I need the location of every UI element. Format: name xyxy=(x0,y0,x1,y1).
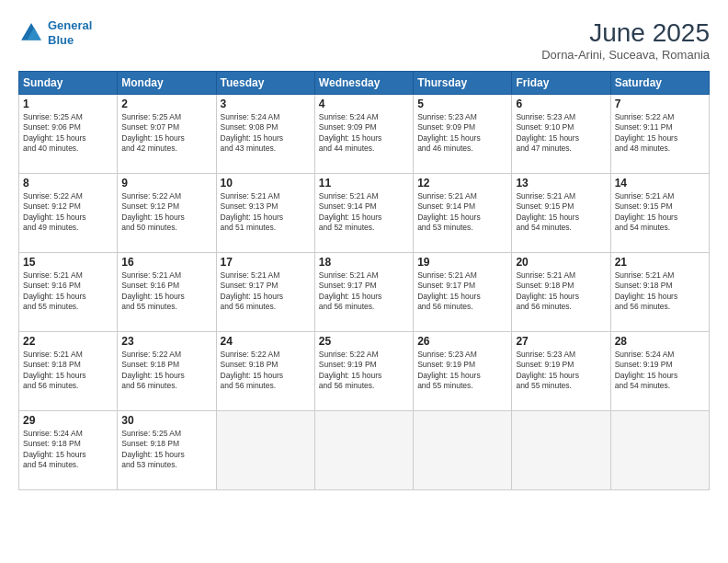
day-number: 23 xyxy=(121,335,211,348)
day-number: 10 xyxy=(221,177,311,190)
col-saturday: Saturday xyxy=(610,72,709,95)
day-info: Sunrise: 5:21 AMSunset: 9:17 PMDaylight:… xyxy=(221,270,311,313)
month-title: June 2025 xyxy=(541,18,710,48)
table-row: 22Sunrise: 5:21 AMSunset: 9:18 PMDayligh… xyxy=(19,332,118,411)
day-number: 29 xyxy=(23,414,113,427)
table-row: 1Sunrise: 5:25 AMSunset: 9:06 PMDaylight… xyxy=(19,95,118,174)
day-info: Sunrise: 5:25 AMSunset: 9:06 PMDaylight:… xyxy=(23,112,113,155)
day-number: 16 xyxy=(121,256,211,269)
logo: General Blue xyxy=(18,18,92,47)
day-info: Sunrise: 5:22 AMSunset: 9:18 PMDaylight:… xyxy=(221,350,311,392)
col-monday: Monday xyxy=(118,72,216,95)
table-row: 13Sunrise: 5:21 AMSunset: 9:15 PMDayligh… xyxy=(512,174,610,253)
calendar-week-row: 8Sunrise: 5:22 AMSunset: 9:12 PMDaylight… xyxy=(19,174,710,253)
table-row: 9Sunrise: 5:22 AMSunset: 9:12 PMDaylight… xyxy=(118,174,216,253)
day-number: 27 xyxy=(516,335,606,348)
table-row: 28Sunrise: 5:24 AMSunset: 9:19 PMDayligh… xyxy=(610,332,709,411)
day-info: Sunrise: 5:21 AMSunset: 9:17 PMDaylight:… xyxy=(417,270,507,313)
day-number: 5 xyxy=(417,98,507,110)
table-row xyxy=(414,411,512,490)
day-number: 30 xyxy=(121,414,211,427)
day-number: 7 xyxy=(615,98,705,110)
table-row: 6Sunrise: 5:23 AMSunset: 9:10 PMDaylight… xyxy=(512,95,610,174)
day-info: Sunrise: 5:21 AMSunset: 9:16 PMDaylight:… xyxy=(23,270,113,313)
calendar-week-row: 29Sunrise: 5:24 AMSunset: 9:18 PMDayligh… xyxy=(19,411,710,490)
day-info: Sunrise: 5:21 AMSunset: 9:18 PMDaylight:… xyxy=(516,270,606,313)
day-info: Sunrise: 5:21 AMSunset: 9:18 PMDaylight:… xyxy=(23,350,113,392)
day-number: 20 xyxy=(516,256,606,269)
table-row: 16Sunrise: 5:21 AMSunset: 9:16 PMDayligh… xyxy=(118,253,216,332)
table-row: 7Sunrise: 5:22 AMSunset: 9:11 PMDaylight… xyxy=(610,95,709,174)
day-info: Sunrise: 5:24 AMSunset: 9:08 PMDaylight:… xyxy=(221,112,311,155)
day-info: Sunrise: 5:21 AMSunset: 9:13 PMDaylight:… xyxy=(221,191,311,234)
col-wednesday: Wednesday xyxy=(314,72,413,95)
table-row: 24Sunrise: 5:22 AMSunset: 9:18 PMDayligh… xyxy=(216,332,314,411)
day-number: 14 xyxy=(615,177,705,190)
table-row: 17Sunrise: 5:21 AMSunset: 9:17 PMDayligh… xyxy=(216,253,314,332)
day-number: 28 xyxy=(615,335,705,348)
day-number: 26 xyxy=(417,335,507,348)
logo-line1: General xyxy=(48,18,92,32)
table-row xyxy=(610,411,709,490)
table-row: 29Sunrise: 5:24 AMSunset: 9:18 PMDayligh… xyxy=(19,411,118,490)
day-number: 6 xyxy=(516,98,606,110)
calendar-week-row: 15Sunrise: 5:21 AMSunset: 9:16 PMDayligh… xyxy=(19,253,710,332)
table-row: 3Sunrise: 5:24 AMSunset: 9:08 PMDaylight… xyxy=(216,95,314,174)
table-row: 19Sunrise: 5:21 AMSunset: 9:17 PMDayligh… xyxy=(414,253,512,332)
table-row: 21Sunrise: 5:21 AMSunset: 9:18 PMDayligh… xyxy=(610,253,709,332)
calendar-week-row: 22Sunrise: 5:21 AMSunset: 9:18 PMDayligh… xyxy=(19,332,710,411)
day-number: 24 xyxy=(221,335,311,348)
day-number: 19 xyxy=(417,256,507,269)
table-row: 20Sunrise: 5:21 AMSunset: 9:18 PMDayligh… xyxy=(512,253,610,332)
day-number: 21 xyxy=(615,256,705,269)
table-row: 10Sunrise: 5:21 AMSunset: 9:13 PMDayligh… xyxy=(216,174,314,253)
calendar-header-row: Sunday Monday Tuesday Wednesday Thursday… xyxy=(19,72,710,95)
day-number: 22 xyxy=(23,335,113,348)
table-row xyxy=(512,411,610,490)
day-number: 3 xyxy=(221,98,311,110)
day-number: 18 xyxy=(319,256,409,269)
table-row: 4Sunrise: 5:24 AMSunset: 9:09 PMDaylight… xyxy=(314,95,413,174)
day-info: Sunrise: 5:22 AMSunset: 9:18 PMDaylight:… xyxy=(121,350,211,392)
table-row: 27Sunrise: 5:23 AMSunset: 9:19 PMDayligh… xyxy=(512,332,610,411)
table-row: 25Sunrise: 5:22 AMSunset: 9:19 PMDayligh… xyxy=(314,332,413,411)
table-row: 11Sunrise: 5:21 AMSunset: 9:14 PMDayligh… xyxy=(314,174,413,253)
day-info: Sunrise: 5:21 AMSunset: 9:14 PMDaylight:… xyxy=(417,191,507,234)
table-row: 12Sunrise: 5:21 AMSunset: 9:14 PMDayligh… xyxy=(414,174,512,253)
table-row: 23Sunrise: 5:22 AMSunset: 9:18 PMDayligh… xyxy=(118,332,216,411)
day-number: 15 xyxy=(23,256,113,269)
table-row xyxy=(314,411,413,490)
calendar-week-row: 1Sunrise: 5:25 AMSunset: 9:06 PMDaylight… xyxy=(19,95,710,174)
col-sunday: Sunday xyxy=(19,72,118,95)
day-info: Sunrise: 5:23 AMSunset: 9:19 PMDaylight:… xyxy=(417,350,507,392)
header: General Blue June 2025 Dorna-Arini, Suce… xyxy=(18,18,710,62)
col-friday: Friday xyxy=(512,72,610,95)
day-number: 8 xyxy=(23,177,113,190)
day-info: Sunrise: 5:21 AMSunset: 9:15 PMDaylight:… xyxy=(615,191,705,234)
day-info: Sunrise: 5:21 AMSunset: 9:18 PMDaylight:… xyxy=(615,270,705,313)
table-row: 15Sunrise: 5:21 AMSunset: 9:16 PMDayligh… xyxy=(19,253,118,332)
day-number: 2 xyxy=(121,98,211,110)
day-info: Sunrise: 5:24 AMSunset: 9:19 PMDaylight:… xyxy=(615,350,705,392)
logo-icon xyxy=(18,20,44,46)
day-info: Sunrise: 5:23 AMSunset: 9:09 PMDaylight:… xyxy=(417,112,507,155)
day-info: Sunrise: 5:21 AMSunset: 9:14 PMDaylight:… xyxy=(319,191,409,234)
table-row: 5Sunrise: 5:23 AMSunset: 9:09 PMDaylight… xyxy=(414,95,512,174)
table-row: 14Sunrise: 5:21 AMSunset: 9:15 PMDayligh… xyxy=(610,174,709,253)
day-number: 13 xyxy=(516,177,606,190)
day-info: Sunrise: 5:21 AMSunset: 9:16 PMDaylight:… xyxy=(121,270,211,313)
table-row: 30Sunrise: 5:25 AMSunset: 9:18 PMDayligh… xyxy=(118,411,216,490)
day-number: 4 xyxy=(319,98,409,110)
col-tuesday: Tuesday xyxy=(216,72,314,95)
day-info: Sunrise: 5:22 AMSunset: 9:12 PMDaylight:… xyxy=(121,191,211,234)
day-info: Sunrise: 5:22 AMSunset: 9:12 PMDaylight:… xyxy=(23,191,113,234)
day-info: Sunrise: 5:25 AMSunset: 9:07 PMDaylight:… xyxy=(121,112,211,155)
day-info: Sunrise: 5:24 AMSunset: 9:09 PMDaylight:… xyxy=(319,112,409,155)
calendar-table: Sunday Monday Tuesday Wednesday Thursday… xyxy=(18,71,710,490)
table-row xyxy=(216,411,314,490)
location: Dorna-Arini, Suceava, Romania xyxy=(541,48,710,62)
table-row: 8Sunrise: 5:22 AMSunset: 9:12 PMDaylight… xyxy=(19,174,118,253)
day-info: Sunrise: 5:22 AMSunset: 9:11 PMDaylight:… xyxy=(615,112,705,155)
table-row: 26Sunrise: 5:23 AMSunset: 9:19 PMDayligh… xyxy=(414,332,512,411)
day-info: Sunrise: 5:22 AMSunset: 9:19 PMDaylight:… xyxy=(319,350,409,392)
